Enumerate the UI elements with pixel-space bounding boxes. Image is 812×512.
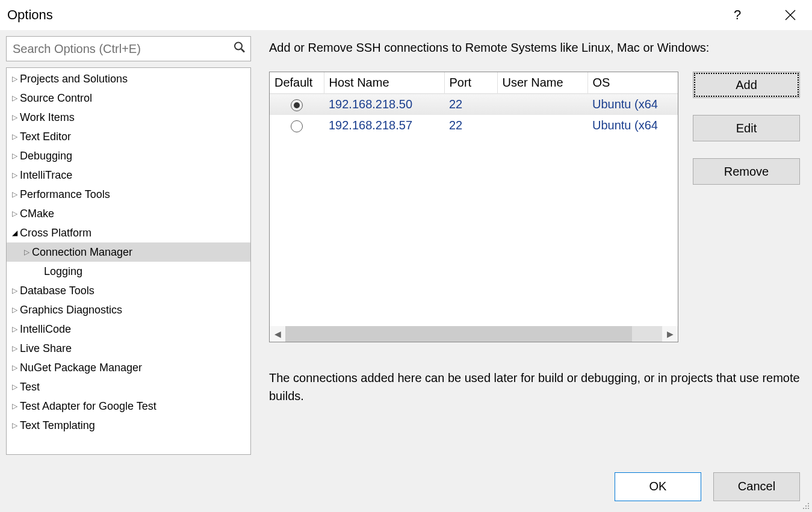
chevron-right-icon[interactable]: ▷ — [9, 286, 20, 295]
titlebar: Options ? — [0, 0, 812, 30]
scroll-left-icon[interactable]: ◀ — [270, 326, 285, 342]
dialog-title: Options — [7, 7, 723, 23]
close-button[interactable] — [776, 3, 805, 27]
remove-button[interactable]: Remove — [693, 158, 800, 185]
tree-item-label: Test Adapter for Google Test — [20, 400, 157, 413]
chevron-right-icon[interactable]: ▷ — [9, 421, 20, 430]
chevron-right-icon[interactable]: ▷ — [9, 402, 20, 410]
search-input[interactable] — [7, 37, 226, 61]
help-button[interactable]: ? — [723, 3, 752, 27]
table-row[interactable]: 192.168.218.5722Ubuntu (x64 — [270, 115, 678, 136]
svg-point-4 — [808, 503, 809, 504]
tree-item-label: IntelliTrace — [20, 169, 72, 182]
chevron-right-icon[interactable]: ▷ — [9, 306, 20, 314]
tree-item[interactable]: ▷Source Control — [7, 88, 250, 108]
chevron-right-icon[interactable]: ▷ — [21, 248, 32, 256]
tree-item[interactable]: ▷CMake — [7, 204, 250, 223]
tree-item-label: NuGet Package Manager — [20, 362, 142, 374]
svg-point-8 — [805, 508, 807, 509]
tree-item[interactable]: Logging — [7, 262, 250, 281]
cell-port: 22 — [444, 94, 497, 116]
cell-hostname: 192.168.218.50 — [324, 94, 444, 116]
chevron-right-icon[interactable]: ▷ — [9, 75, 20, 83]
tree-item[interactable]: ▷Graphics Diagnostics — [7, 300, 250, 319]
tree-item[interactable]: ▷Connection Manager — [7, 242, 250, 262]
default-radio[interactable] — [291, 99, 303, 111]
chevron-right-icon[interactable]: ▷ — [9, 171, 20, 179]
scroll-track[interactable] — [285, 326, 662, 342]
chevron-right-icon[interactable]: ▷ — [9, 94, 20, 102]
col-username[interactable]: User Name — [497, 72, 587, 94]
cell-os: Ubuntu (x64 — [587, 94, 678, 116]
chevron-right-icon[interactable]: ▷ — [9, 344, 20, 353]
chevron-right-icon[interactable]: ▷ — [9, 113, 20, 122]
search-icon[interactable] — [234, 42, 246, 57]
tree-item[interactable]: ▷Test — [7, 377, 250, 396]
cell-username — [497, 115, 587, 136]
svg-point-5 — [805, 505, 807, 507]
cell-hostname: 192.168.218.57 — [324, 115, 444, 136]
chevron-right-icon[interactable]: ▷ — [9, 152, 20, 160]
tree-item[interactable]: ◢Cross Platform — [7, 223, 250, 242]
tree-item-label: Logging — [44, 265, 82, 278]
tree-item-label: Projects and Solutions — [20, 73, 128, 85]
tree-item[interactable]: ▷IntelliTrace — [7, 165, 250, 185]
tree-item[interactable]: ▷Live Share — [7, 339, 250, 358]
tree-item[interactable]: ▷Work Items — [7, 108, 250, 127]
panel-description-bottom: The connections added here can be used l… — [269, 369, 800, 405]
chevron-down-icon[interactable]: ◢ — [9, 229, 20, 237]
tree-item-label: Test — [20, 381, 40, 393]
table-row[interactable]: 192.168.218.5022Ubuntu (x64 — [270, 94, 678, 116]
tree-item-label: Text Templating — [20, 419, 95, 432]
svg-point-2 — [235, 43, 242, 50]
ok-button[interactable]: OK — [615, 472, 701, 501]
connections-table: Default Host Name Port User Name OS 192.… — [269, 72, 678, 342]
col-hostname[interactable]: Host Name — [324, 72, 444, 94]
resize-grip-icon[interactable] — [801, 501, 810, 510]
svg-point-6 — [808, 505, 809, 507]
tree-item-label: Cross Platform — [20, 227, 91, 239]
svg-point-7 — [803, 508, 804, 509]
horizontal-scrollbar[interactable]: ◀ ▶ — [270, 326, 678, 342]
add-button[interactable]: Add — [693, 72, 800, 98]
options-tree[interactable]: ▷Projects and Solutions▷Source Control▷W… — [7, 68, 250, 454]
tree-item-label: CMake — [20, 208, 54, 220]
col-default[interactable]: Default — [270, 72, 324, 94]
cell-os: Ubuntu (x64 — [587, 115, 678, 136]
tree-item[interactable]: ▷NuGet Package Manager — [7, 358, 250, 377]
svg-point-9 — [808, 508, 809, 509]
col-port[interactable]: Port — [444, 72, 497, 94]
chevron-right-icon[interactable]: ▷ — [9, 383, 20, 391]
tree-item-label: Graphics Diagnostics — [20, 304, 122, 316]
tree-item-label: Live Share — [20, 342, 72, 355]
question-icon: ? — [734, 7, 741, 23]
chevron-right-icon[interactable]: ▷ — [9, 209, 20, 218]
tree-item-label: Source Control — [20, 92, 92, 105]
svg-line-3 — [241, 49, 244, 52]
chevron-right-icon[interactable]: ▷ — [9, 325, 20, 333]
cell-username — [497, 94, 587, 116]
chevron-right-icon[interactable]: ▷ — [9, 190, 20, 199]
tree-item-label: Connection Manager — [32, 246, 132, 259]
tree-item[interactable]: ▷Test Adapter for Google Test — [7, 396, 250, 416]
tree-item[interactable]: ▷Performance Tools — [7, 185, 250, 204]
default-radio[interactable] — [291, 120, 303, 132]
tree-item[interactable]: ▷IntelliCode — [7, 319, 250, 339]
tree-item[interactable]: ▷Debugging — [7, 146, 250, 165]
tree-item[interactable]: ▷Text Editor — [7, 127, 250, 146]
scroll-right-icon[interactable]: ▶ — [662, 326, 678, 342]
cancel-button[interactable]: Cancel — [713, 472, 800, 501]
col-os[interactable]: OS — [587, 72, 678, 94]
cell-port: 22 — [444, 115, 497, 136]
scroll-thumb[interactable] — [285, 326, 632, 342]
tree-item[interactable]: ▷Text Templating — [7, 416, 250, 435]
tree-item-label: Work Items — [20, 111, 75, 124]
chevron-right-icon[interactable]: ▷ — [9, 132, 20, 141]
edit-button[interactable]: Edit — [693, 115, 800, 141]
tree-item[interactable]: ▷Projects and Solutions — [7, 69, 250, 88]
tree-item-label: Text Editor — [20, 131, 71, 143]
panel-description-top: Add or Remove SSH connections to Remote … — [269, 41, 800, 55]
tree-item-label: Performance Tools — [20, 188, 110, 201]
chevron-right-icon[interactable]: ▷ — [9, 363, 20, 372]
tree-item[interactable]: ▷Database Tools — [7, 281, 250, 300]
